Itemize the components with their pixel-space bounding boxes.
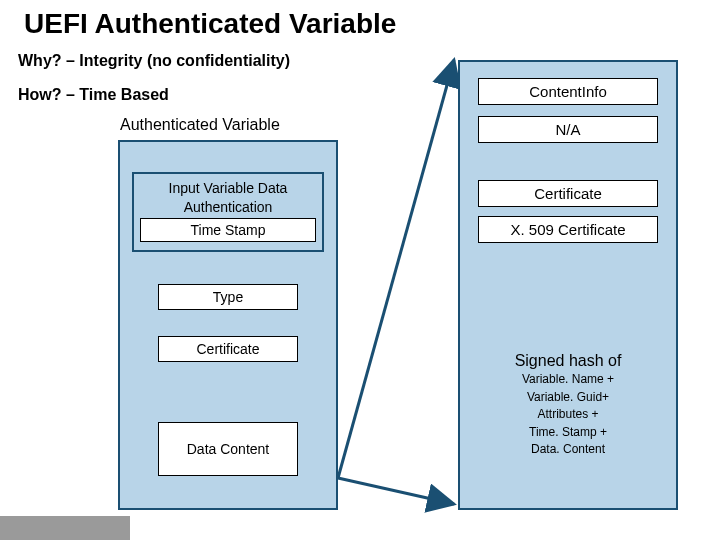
page-title: UEFI Authenticated Variable: [0, 0, 720, 40]
signed-hash-line-4: Data. Content: [470, 442, 666, 458]
signed-hash-block: Signed hash of Variable. Name + Variable…: [470, 352, 666, 458]
data-content-box: Data Content: [158, 422, 298, 476]
subtitle-why: Why? – Integrity (no confidentiality): [18, 52, 290, 70]
signed-hash-line-3: Time. Stamp +: [470, 425, 666, 441]
x509-box: X. 509 Certificate: [478, 216, 658, 243]
timestamp-box: Time Stamp: [140, 218, 316, 242]
certificate-box-left: Certificate: [158, 336, 298, 362]
footer-bar: [0, 516, 130, 540]
signed-hash-line-1: Variable. Guid+: [470, 390, 666, 406]
signed-hash-header: Signed hash of: [470, 352, 666, 370]
na-box: N/A: [478, 116, 658, 143]
svg-line-0: [338, 60, 454, 478]
subtitle-how: How? – Time Based: [18, 86, 169, 104]
auth-group-line2: Authentication: [140, 199, 316, 216]
signed-hash-line-2: Attributes +: [470, 407, 666, 423]
signed-hash-line-0: Variable. Name +: [470, 372, 666, 388]
contentinfo-box: ContentInfo: [478, 78, 658, 105]
left-column-label: Authenticated Variable: [120, 116, 280, 134]
type-box: Type: [158, 284, 298, 310]
auth-group-line1: Input Variable Data: [140, 180, 316, 197]
svg-line-1: [338, 478, 454, 504]
auth-group: Input Variable Data Authentication Time …: [132, 172, 324, 252]
certificate-box-right: Certificate: [478, 180, 658, 207]
